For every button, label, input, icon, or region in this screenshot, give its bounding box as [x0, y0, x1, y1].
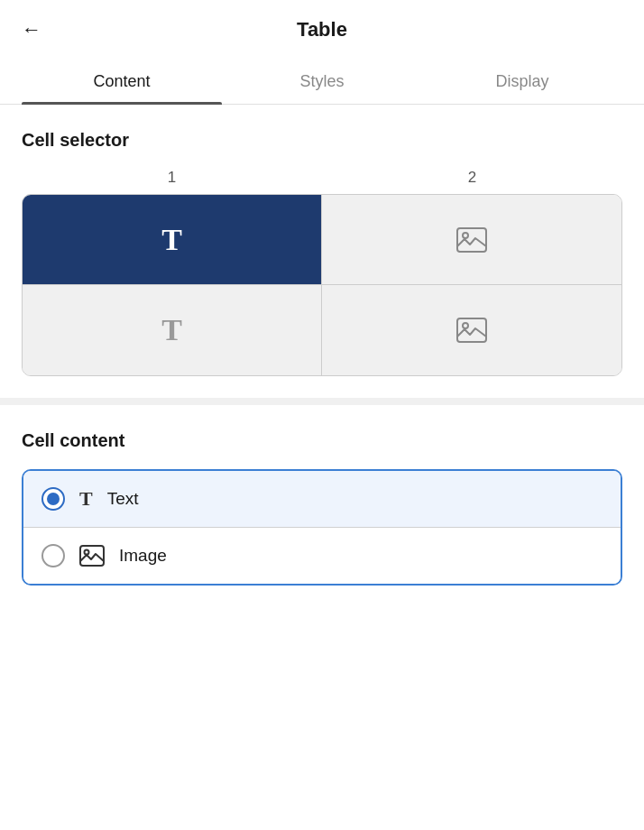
svg-point-3	[463, 323, 468, 328]
col-label-2: 2	[322, 169, 622, 187]
content-options-group: T Text Image	[22, 469, 622, 586]
cell-0-0[interactable]: T	[23, 195, 322, 285]
page-header: ← Table	[0, 0, 644, 60]
cell-selector-section: Cell selector 1 2 T T	[0, 105, 644, 398]
back-arrow-icon: ←	[22, 18, 41, 42]
image-type-icon	[79, 545, 105, 567]
cell-content-title: Cell content	[22, 430, 622, 451]
svg-point-1	[463, 233, 468, 238]
section-divider	[0, 398, 644, 405]
svg-rect-2	[457, 318, 486, 342]
text-icon: T	[161, 223, 182, 257]
back-button[interactable]: ←	[22, 18, 41, 42]
option-image-label: Image	[119, 546, 167, 566]
tab-content[interactable]: Content	[22, 60, 222, 104]
cell-1-0[interactable]: T	[23, 285, 322, 375]
cell-selector-title: Cell selector	[22, 130, 622, 151]
tab-bar: Content Styles Display	[0, 60, 644, 105]
content-option-image[interactable]: Image	[23, 528, 621, 584]
text-icon: T	[161, 313, 182, 347]
svg-point-5	[85, 550, 89, 555]
svg-rect-0	[457, 228, 486, 252]
page-title: Table	[297, 18, 347, 42]
column-labels: 1 2	[22, 169, 622, 187]
cell-grid-inner: T T	[23, 195, 621, 375]
tab-styles[interactable]: Styles	[222, 60, 422, 104]
image-icon	[455, 317, 488, 344]
cell-grid: T T	[22, 194, 622, 376]
cell-content-section: Cell content T Text Image	[0, 405, 644, 604]
image-icon	[455, 226, 488, 254]
svg-rect-4	[80, 546, 104, 566]
col-label-1: 1	[22, 169, 322, 187]
content-option-text[interactable]: T Text	[23, 471, 621, 528]
radio-image[interactable]	[41, 544, 65, 567]
cell-0-1[interactable]	[322, 195, 621, 285]
cell-1-1[interactable]	[322, 285, 621, 375]
radio-text[interactable]	[41, 487, 65, 511]
option-text-label: Text	[107, 489, 139, 509]
tab-display[interactable]: Display	[422, 60, 622, 104]
text-type-icon: T	[79, 487, 93, 511]
